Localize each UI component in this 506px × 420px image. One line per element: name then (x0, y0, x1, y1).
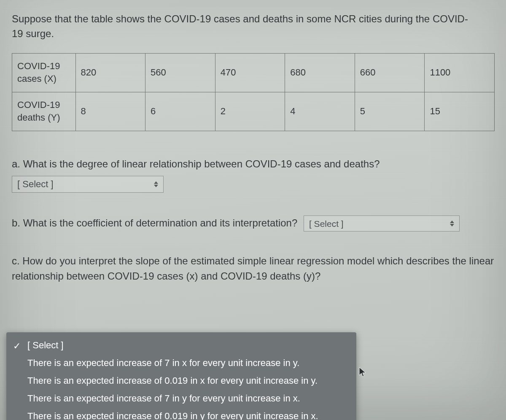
cell-x-1: 560 (145, 53, 215, 92)
dropdown-option-4-label: There is an expected increase of 0.019 i… (27, 411, 318, 420)
select-a[interactable]: [ Select ] (12, 176, 164, 193)
cell-x-4: 660 (355, 53, 425, 92)
dropdown-option[interactable]: There is an expected increase of 0.019 i… (6, 407, 356, 420)
cell-x-0: 820 (75, 53, 145, 92)
select-b-placeholder: [ Select ] (309, 217, 344, 231)
stepper-icon (449, 221, 455, 226)
question-a-text: a. What is the degree of linear relation… (12, 156, 498, 172)
select-b[interactable]: [ Select ] (304, 215, 460, 232)
row-y-label: COVID-19 deaths (Y) (12, 92, 76, 131)
check-icon: ✓ (13, 339, 21, 353)
question-c-text: c. How do you interpret the slope of the… (12, 255, 494, 282)
question-a-block: a. What is the degree of linear relation… (12, 156, 498, 193)
cell-y-2: 2 (215, 92, 285, 131)
dropdown-option-2-label: There is an expected increase of 0.019 i… (27, 375, 318, 386)
cell-y-0: 8 (75, 92, 145, 131)
select-a-placeholder: [ Select ] (17, 177, 54, 191)
dropdown-option[interactable]: There is an expected increase of 7 in y … (6, 390, 356, 407)
cell-y-1: 6 (145, 92, 215, 131)
question-page: Suppose that the table shows the COVID-1… (0, 0, 506, 420)
cell-y-4: 5 (355, 92, 425, 131)
question-intro: Suppose that the table shows the COVID-1… (12, 12, 476, 41)
table-row-x: COVID-19 cases (X) 820 560 470 680 660 1… (12, 53, 495, 92)
cell-y-3: 4 (285, 92, 355, 131)
dropdown-option[interactable]: There is an expected increase of 0.019 i… (6, 372, 356, 390)
dropdown-option-3-label: There is an expected increase of 7 in y … (27, 393, 300, 404)
question-b-block: b. What is the coefficient of determinat… (12, 215, 498, 232)
select-c-dropdown-open[interactable]: ✓ [ Select ] There is an expected increa… (6, 332, 356, 420)
row-x-label: COVID-19 cases (X) (12, 53, 76, 92)
table-row-y: COVID-19 deaths (Y) 8 6 2 4 5 15 (12, 92, 495, 131)
dropdown-option-1-label: There is an expected increase of 7 in x … (27, 358, 299, 368)
stepper-icon (153, 181, 159, 187)
question-c-block: c. How do you interpret the slope of the… (12, 253, 498, 284)
cell-y-5: 15 (425, 92, 495, 131)
dropdown-option-0-label: [ Select ] (27, 340, 64, 350)
cursor-icon (359, 367, 367, 378)
cell-x-5: 1100 (425, 53, 495, 92)
data-table: COVID-19 cases (X) 820 560 470 680 660 1… (12, 53, 495, 131)
question-b-text: b. What is the coefficient of determinat… (12, 217, 297, 229)
dropdown-option[interactable]: There is an expected increase of 7 in x … (6, 354, 356, 372)
cell-x-3: 680 (285, 53, 355, 92)
dropdown-option-selected[interactable]: ✓ [ Select ] (6, 337, 356, 354)
cell-x-2: 470 (215, 53, 285, 92)
